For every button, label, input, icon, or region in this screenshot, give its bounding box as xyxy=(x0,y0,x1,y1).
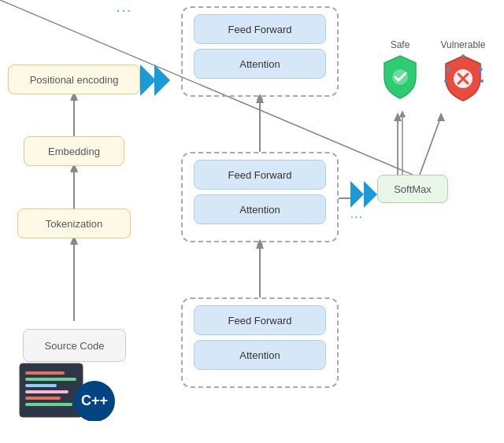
svg-marker-18 xyxy=(399,110,406,117)
dots-middle: ··· xyxy=(350,211,364,223)
feed-forward-3-label: Feed Forward xyxy=(228,315,292,327)
svg-marker-56 xyxy=(350,181,364,208)
attention-3: Attention xyxy=(194,340,326,370)
vulnerable-container: Vulnerable xyxy=(432,39,495,102)
encoder-block-2: Feed Forward Attention xyxy=(181,152,339,242)
svg-point-61 xyxy=(478,68,482,72)
tokenization-label: Tokenization xyxy=(46,218,102,230)
svg-rect-50 xyxy=(25,397,61,400)
svg-point-62 xyxy=(480,79,484,83)
encoder-block-3: Feed Forward Attention xyxy=(181,297,339,388)
feed-forward-2-label: Feed Forward xyxy=(228,169,292,181)
chevron-top xyxy=(132,57,186,104)
chevron-top-icon xyxy=(132,57,186,104)
svg-rect-49 xyxy=(25,390,69,393)
attention-2: Attention xyxy=(194,194,326,224)
svg-text:C++: C++ xyxy=(81,393,108,408)
source-code-box: Source Code xyxy=(23,329,126,362)
embedding-label: Embedding xyxy=(48,146,100,157)
cpp-icon: C++ xyxy=(16,362,126,421)
vulnerable-shield-icon xyxy=(442,54,485,102)
svg-line-43 xyxy=(420,116,441,175)
attention-1: Attention xyxy=(194,49,326,79)
safe-label: Safe xyxy=(391,39,410,50)
feed-forward-2: Feed Forward xyxy=(194,160,326,190)
embedding-box: Embedding xyxy=(24,136,124,166)
svg-point-60 xyxy=(444,79,447,83)
svg-rect-47 xyxy=(25,378,76,381)
positional-encoding-label: Positional encoding xyxy=(30,74,119,86)
positional-encoding-box: Positional encoding xyxy=(8,65,140,94)
safe-shield-icon xyxy=(380,54,420,101)
svg-marker-57 xyxy=(364,181,377,208)
tokenization-box: Tokenization xyxy=(17,209,131,238)
attention-2-label: Attention xyxy=(239,204,280,216)
svg-rect-48 xyxy=(25,384,57,387)
source-code-icon-area: C++ xyxy=(16,362,134,425)
encoder-block-1: Feed Forward Attention xyxy=(181,6,339,97)
svg-point-59 xyxy=(446,68,450,72)
svg-marker-44 xyxy=(437,113,445,121)
attention-1-label: Attention xyxy=(239,58,280,70)
feed-forward-1-label: Feed Forward xyxy=(228,24,292,35)
dots-top: ··· xyxy=(117,5,133,17)
feed-forward-1: Feed Forward xyxy=(194,14,326,44)
feed-forward-3: Feed Forward xyxy=(194,305,326,335)
svg-rect-46 xyxy=(25,371,65,375)
softmax-label: SoftMax xyxy=(394,183,432,195)
svg-marker-42 xyxy=(394,113,402,121)
svg-marker-55 xyxy=(154,65,170,96)
safe-container: Safe xyxy=(376,39,424,101)
architecture-diagram: Source Code C++ Tokenization Embedding P… xyxy=(0,0,504,443)
vulnerable-label: Vulnerable xyxy=(441,39,486,50)
attention-3-label: Attention xyxy=(239,349,280,361)
svg-rect-51 xyxy=(25,403,72,406)
source-code-label: Source Code xyxy=(45,340,105,352)
svg-point-63 xyxy=(461,54,465,57)
softmax-box: SoftMax xyxy=(377,175,448,203)
svg-marker-54 xyxy=(140,65,156,96)
